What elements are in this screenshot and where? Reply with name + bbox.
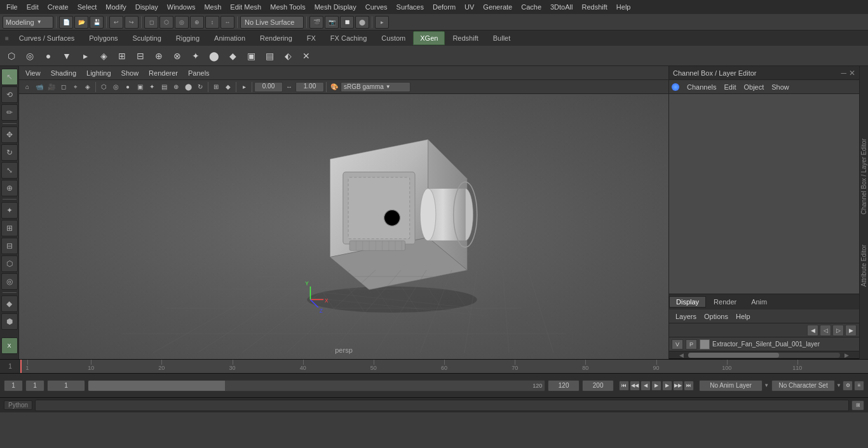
tool-6[interactable]: ◈ xyxy=(95,47,112,65)
layer-playback-button[interactable]: P xyxy=(686,339,697,350)
render-icon3[interactable]: 🔲 xyxy=(340,16,354,29)
xgen-logo[interactable]: X xyxy=(1,337,18,354)
scroll-track[interactable] xyxy=(688,353,840,358)
layer-arrow-left[interactable]: ◀ xyxy=(807,325,818,336)
playback-range-bar[interactable]: 120 xyxy=(88,380,545,391)
timeline-track[interactable]: 1102030405060708090100110 xyxy=(20,360,868,374)
menu-select[interactable]: Select xyxy=(74,2,101,12)
menu-deform[interactable]: Deform xyxy=(429,2,459,12)
prev-frame-button[interactable]: ◀ xyxy=(641,381,651,391)
menu-surfaces[interactable]: Surfaces xyxy=(393,2,428,12)
tab-curves-surfaces[interactable]: Curves / Surfaces xyxy=(12,31,81,45)
menu-mesh-tools[interactable]: Mesh Tools xyxy=(266,2,309,12)
vp-icon-shadow[interactable]: ▤ xyxy=(158,81,170,93)
step-forward-button[interactable]: ▶▶ xyxy=(673,381,683,391)
scroll-right-button[interactable]: ▶ xyxy=(840,352,849,358)
tab-fx-caching[interactable]: FX Caching xyxy=(323,31,374,45)
tool-7[interactable]: ⊞ xyxy=(113,47,131,65)
select-icon3[interactable]: ◎ xyxy=(175,16,189,29)
cb-tab-anim[interactable]: Anim xyxy=(744,296,774,308)
menu-windows[interactable]: Windows xyxy=(163,2,200,12)
cb-tab-display[interactable]: Display xyxy=(669,296,706,308)
tool-9[interactable]: ⊕ xyxy=(150,47,168,65)
tool-5[interactable]: ▸ xyxy=(76,47,94,65)
open-file-button[interactable]: 📂 xyxy=(74,16,88,29)
render-icon1[interactable]: 🎬 xyxy=(309,16,323,29)
tool-13[interactable]: ◆ xyxy=(224,47,241,65)
vp-icon-solid[interactable]: ● xyxy=(122,81,133,93)
scale-tool[interactable]: ⤡ xyxy=(1,162,18,179)
frame-end-field[interactable]: 120 xyxy=(548,380,580,391)
menu-uv[interactable]: UV xyxy=(461,2,478,12)
rp-show-menu[interactable]: Show xyxy=(769,82,792,92)
menu-3dtoall[interactable]: 3DtoAll xyxy=(546,2,576,12)
tab-bullet[interactable]: Bullet xyxy=(486,31,518,45)
translate-field[interactable]: 0.00 xyxy=(254,82,283,92)
undo-button[interactable]: ↩ xyxy=(109,16,123,29)
vp-icon-hud[interactable]: ▸ xyxy=(238,81,250,93)
rp-channels-menu[interactable]: Channels xyxy=(684,82,719,92)
xgen-tool2[interactable]: ⊞ xyxy=(1,220,18,236)
menu-edit-mesh[interactable]: Edit Mesh xyxy=(226,2,265,12)
menu-edit[interactable]: Edit xyxy=(23,2,43,12)
panel-close-button[interactable]: ✕ xyxy=(849,69,855,78)
layer-arrow-right[interactable]: ▶ xyxy=(845,325,857,336)
vp-icon-grid[interactable]: ⊞ xyxy=(210,81,222,93)
mode-toggle[interactable]: ≡ xyxy=(3,34,11,43)
vp-menu-renderer[interactable]: Renderer xyxy=(146,68,180,78)
play-button[interactable]: ▶ xyxy=(651,381,661,391)
select-tool[interactable]: ↖ xyxy=(1,69,18,85)
tool-10[interactable]: ⊗ xyxy=(168,47,186,65)
select-icon4[interactable]: ⊕ xyxy=(190,16,204,29)
go-start-button[interactable]: ⏮ xyxy=(619,381,629,391)
vp-icon-lights[interactable]: ✦ xyxy=(146,81,158,93)
vp-icon-smooth[interactable]: ◎ xyxy=(110,81,121,93)
menu-curves[interactable]: Curves xyxy=(362,2,391,12)
new-file-button[interactable]: 📄 xyxy=(59,16,73,29)
paint-tool[interactable]: ✏ xyxy=(1,104,18,121)
frame-start-field[interactable]: 1 xyxy=(25,380,44,391)
tool-16[interactable]: ⬖ xyxy=(279,47,297,65)
rp-object-menu[interactable]: Object xyxy=(741,82,766,92)
script-editor-button[interactable]: ⊞ xyxy=(851,400,864,411)
current-frame-field[interactable]: 1 xyxy=(4,380,23,391)
tool-17[interactable]: ✕ xyxy=(297,47,315,65)
tab-sculpting[interactable]: Sculpting xyxy=(126,31,168,45)
char-set-extra2[interactable]: ≡ xyxy=(854,381,864,391)
vp-icon-select2[interactable]: ⌖ xyxy=(70,81,81,93)
select-icon2[interactable]: ⬡ xyxy=(159,16,173,29)
vp-icon-cam1[interactable]: 📹 xyxy=(34,81,45,93)
menu-redshift[interactable]: Redshift xyxy=(578,2,611,12)
xgen-tool4[interactable]: ⬡ xyxy=(1,255,18,272)
menu-mesh-display[interactable]: Mesh Display xyxy=(311,2,360,12)
layer-color-swatch[interactable] xyxy=(700,339,710,350)
rotate-tool[interactable]: ↻ xyxy=(1,144,18,161)
vp-menu-show[interactable]: Show xyxy=(119,68,142,78)
tab-animation[interactable]: Animation xyxy=(207,31,252,45)
workspace-dropdown[interactable]: Modeling ▼ xyxy=(3,16,53,29)
menu-file[interactable]: File xyxy=(3,2,22,12)
menu-modify[interactable]: Modify xyxy=(102,2,130,12)
tab-polygons[interactable]: Polygons xyxy=(82,31,125,45)
menu-display[interactable]: Display xyxy=(132,2,162,12)
xgen-tool1[interactable]: ✦ xyxy=(1,202,18,219)
layers-help-menu[interactable]: Help xyxy=(733,311,753,322)
move-tool[interactable]: ✥ xyxy=(1,126,18,143)
panel-minimize-button[interactable]: ─ xyxy=(841,69,846,78)
vp-icon-select1[interactable]: ◻ xyxy=(58,81,69,93)
vp-icon-textured[interactable]: ▣ xyxy=(134,81,146,93)
colorspace-dropdown[interactable]: sRGB gamma ▼ xyxy=(341,82,410,92)
render-icon2[interactable]: 📷 xyxy=(325,16,339,29)
layers-options-menu[interactable]: Options xyxy=(702,311,731,322)
vp-icon-xray[interactable]: ⊕ xyxy=(170,81,182,93)
vp-menu-shading[interactable]: Shading xyxy=(48,68,79,78)
tab-redshift[interactable]: Redshift xyxy=(445,31,485,45)
tool-4[interactable]: ▼ xyxy=(58,47,76,65)
tool-15[interactable]: ▤ xyxy=(261,47,278,65)
snap-tool[interactable]: ◆ xyxy=(1,295,18,312)
attribute-editor-side-label[interactable]: Attribute Editor xyxy=(858,242,868,289)
live-surface-dropdown[interactable]: No Live Surface xyxy=(240,16,304,29)
layer-arrow-right2[interactable]: ▷ xyxy=(832,325,844,336)
tab-fx[interactable]: FX xyxy=(300,31,323,45)
tool-1[interactable]: ⬡ xyxy=(3,47,20,65)
